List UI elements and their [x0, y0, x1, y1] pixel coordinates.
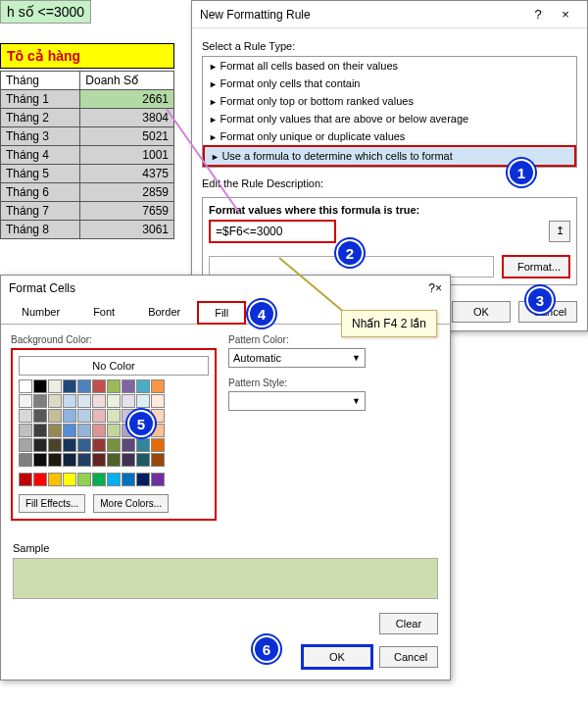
color-swatch[interactable]	[77, 438, 91, 452]
color-swatch[interactable]	[33, 409, 47, 423]
color-swatch[interactable]	[151, 453, 165, 467]
color-swatch[interactable]	[107, 438, 121, 452]
color-swatch[interactable]	[92, 379, 106, 393]
color-swatch[interactable]	[151, 394, 165, 408]
tab-number[interactable]: Number	[5, 301, 76, 325]
color-swatch[interactable]	[151, 438, 165, 452]
cancel-button[interactable]: Cancel	[379, 646, 438, 668]
color-swatch[interactable]	[151, 379, 165, 393]
pattern-style-label: Pattern Style:	[228, 378, 440, 388]
color-swatch[interactable]	[48, 453, 62, 467]
color-swatch[interactable]	[107, 424, 121, 437]
color-swatch[interactable]	[33, 453, 47, 467]
color-swatch[interactable]	[33, 473, 47, 486]
tab-font[interactable]: Font	[76, 301, 131, 325]
color-swatch[interactable]	[136, 473, 150, 486]
color-swatch[interactable]	[33, 438, 47, 452]
format-button[interactable]: Format...	[502, 255, 570, 278]
color-swatch[interactable]	[151, 473, 165, 486]
rule-type-item[interactable]: Format only unique or duplicate values	[203, 127, 576, 145]
color-swatch[interactable]	[63, 438, 76, 452]
color-swatch[interactable]	[33, 394, 47, 408]
color-swatch[interactable]	[122, 379, 135, 393]
color-swatch[interactable]	[122, 394, 135, 408]
color-swatch[interactable]	[48, 394, 62, 408]
color-swatch[interactable]	[19, 453, 32, 467]
color-swatch[interactable]	[33, 424, 47, 437]
color-swatch[interactable]	[19, 438, 32, 452]
color-picker-panel: No Color Fill Effects... More Colors...	[11, 348, 217, 521]
ok-button[interactable]: OK	[303, 646, 371, 668]
color-swatch[interactable]	[48, 473, 62, 486]
sample-label: Sample	[13, 542, 450, 554]
tab-border[interactable]: Border	[131, 301, 197, 325]
rule-description-panel: Format values where this formula is true…	[202, 197, 577, 285]
close-button[interactable]: ×	[552, 7, 579, 22]
formula-prompt-label: Format values where this formula is true…	[209, 204, 570, 216]
rule-type-item[interactable]: Format all cells based on their values	[203, 57, 576, 75]
color-swatch[interactable]	[136, 453, 150, 467]
col-header-month[interactable]: Tháng	[1, 72, 80, 90]
color-swatch[interactable]	[77, 473, 91, 486]
fill-effects-button[interactable]: Fill Effects...	[19, 494, 85, 513]
color-swatch[interactable]	[63, 379, 76, 393]
ok-button[interactable]: OK	[452, 301, 511, 323]
pattern-color-combo[interactable]: Automatic ▼	[228, 348, 366, 368]
color-swatch[interactable]	[107, 453, 121, 467]
color-swatch[interactable]	[122, 473, 135, 486]
col-header-sales[interactable]: Doanh Số	[80, 72, 174, 90]
color-swatch[interactable]	[136, 394, 150, 408]
color-swatch[interactable]	[136, 379, 150, 393]
color-swatch[interactable]	[122, 438, 135, 452]
color-swatch[interactable]	[63, 473, 76, 486]
color-swatch[interactable]	[48, 438, 62, 452]
color-swatch[interactable]	[92, 453, 106, 467]
color-swatch[interactable]	[19, 394, 32, 408]
rule-type-item[interactable]: Format only cells that contain	[203, 75, 576, 92]
color-swatch[interactable]	[48, 379, 62, 393]
color-swatch[interactable]	[77, 409, 91, 423]
color-swatch[interactable]	[33, 379, 47, 393]
help-button[interactable]: ?	[428, 281, 435, 295]
color-swatch[interactable]	[122, 453, 135, 467]
color-swatch[interactable]	[63, 424, 76, 437]
color-swatch[interactable]	[19, 409, 32, 423]
color-swatch[interactable]	[92, 424, 106, 437]
color-swatch[interactable]	[48, 409, 62, 423]
dialog-title: Format Cells	[9, 281, 428, 295]
more-colors-button[interactable]: More Colors...	[93, 494, 169, 513]
color-swatch[interactable]	[107, 379, 121, 393]
table-row: Tháng 54375	[1, 165, 174, 183]
no-color-button[interactable]: No Color	[19, 356, 209, 376]
color-swatch[interactable]	[107, 394, 121, 408]
color-swatch[interactable]	[77, 424, 91, 437]
rule-type-item[interactable]: Format only top or bottom ranked values	[203, 92, 576, 110]
color-swatch[interactable]	[48, 424, 62, 437]
color-swatch[interactable]	[92, 473, 106, 486]
color-swatch[interactable]	[77, 453, 91, 467]
color-swatch[interactable]	[92, 438, 106, 452]
color-swatch[interactable]	[107, 409, 121, 423]
color-swatch[interactable]	[63, 409, 76, 423]
color-swatch[interactable]	[19, 473, 32, 486]
color-swatch[interactable]	[136, 438, 150, 452]
clear-button[interactable]: Clear	[379, 613, 438, 634]
close-button[interactable]: ×	[435, 281, 442, 295]
pattern-style-combo[interactable]: ▼	[228, 391, 366, 411]
rule-type-list[interactable]: Format all cells based on their values F…	[202, 56, 577, 168]
color-swatch[interactable]	[63, 453, 76, 467]
color-swatch[interactable]	[107, 473, 121, 486]
color-swatch[interactable]	[77, 394, 91, 408]
formula-input[interactable]: =$F6<=3000	[209, 220, 336, 243]
chevron-down-icon: ▼	[352, 353, 361, 363]
help-button[interactable]: ?	[524, 7, 552, 22]
rule-type-item[interactable]: Format only values that are above or bel…	[203, 110, 576, 127]
color-swatch[interactable]	[19, 424, 32, 437]
tab-fill[interactable]: Fill	[197, 301, 246, 325]
color-swatch[interactable]	[63, 394, 76, 408]
color-swatch[interactable]	[92, 394, 106, 408]
range-selector-icon[interactable]: ↥	[549, 221, 570, 242]
color-swatch[interactable]	[19, 379, 32, 393]
color-swatch[interactable]	[77, 379, 91, 393]
color-swatch[interactable]	[92, 409, 106, 423]
